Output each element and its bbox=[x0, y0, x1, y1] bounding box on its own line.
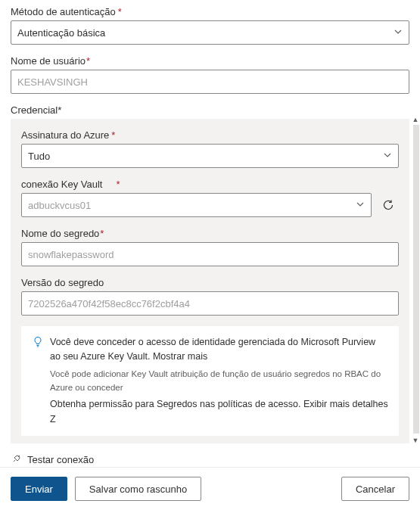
submit-button[interactable]: Enviar bbox=[11, 477, 67, 501]
save-draft-button[interactable]: Salvar como rascunho bbox=[75, 477, 201, 501]
subscription-select[interactable]: Tudo bbox=[21, 144, 399, 168]
secret-version-input[interactable] bbox=[21, 291, 399, 316]
subscription-value: Tudo bbox=[28, 151, 383, 162]
test-connection-link[interactable]: Testar conexão bbox=[27, 454, 94, 463]
username-input[interactable] bbox=[11, 70, 409, 94]
chevron-down-icon bbox=[394, 27, 403, 39]
keyvault-label: conexão Key Vault* bbox=[21, 179, 399, 190]
scroll-down-icon[interactable]: ▼ bbox=[411, 436, 420, 445]
refresh-button[interactable] bbox=[378, 194, 399, 216]
scroll-up-icon[interactable]: ▲ bbox=[411, 115, 420, 124]
info-text-1: Você deve conceder o acesso de identidad… bbox=[50, 335, 388, 365]
chevron-down-icon bbox=[356, 200, 365, 211]
info-box: Você deve conceder o acesso de identidad… bbox=[21, 326, 399, 436]
plug-icon bbox=[11, 452, 23, 463]
auth-method-select[interactable]: Autenticação básica bbox=[11, 20, 409, 45]
keyvault-select[interactable]: adbuckvcus01 bbox=[21, 193, 372, 217]
cancel-button[interactable]: Cancelar bbox=[341, 477, 409, 501]
scrollbar-thumb[interactable] bbox=[413, 125, 419, 434]
secret-version-label: Versão do segredo bbox=[21, 277, 399, 288]
keyvault-value: adbuckvcus01 bbox=[28, 200, 356, 211]
username-label: Nome de usuário* bbox=[11, 55, 409, 67]
lightbulb-icon bbox=[32, 336, 44, 353]
auth-method-label: Método de autenticação* bbox=[11, 6, 409, 17]
footer: Enviar Salvar como rascunho Cancelar bbox=[0, 467, 420, 510]
refresh-icon bbox=[382, 199, 394, 211]
secret-name-input[interactable] bbox=[21, 242, 399, 266]
info-text-2: Você pode adicionar Key Vault atribuição… bbox=[50, 368, 388, 395]
chevron-down-icon bbox=[383, 151, 392, 162]
secret-name-label: Nome do segredo* bbox=[21, 228, 399, 239]
subscription-label: Assinatura do Azure* bbox=[21, 129, 399, 141]
auth-method-value: Autenticação básica bbox=[17, 27, 394, 39]
info-text-3: Obtenha permissão para Segredos nas polí… bbox=[50, 397, 388, 427]
credential-section: Assinatura do Azure* Tudo conexão Key Va… bbox=[11, 119, 409, 443]
credential-label: Credencial* bbox=[11, 104, 409, 116]
